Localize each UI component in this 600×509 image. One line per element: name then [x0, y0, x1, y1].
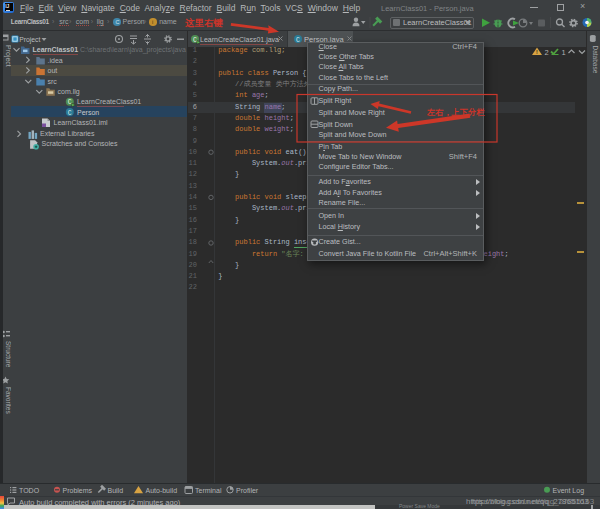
svg-text:!: ! — [536, 49, 538, 55]
svg-text:Build: Build — [108, 487, 124, 494]
svg-text:Terminal: Terminal — [195, 487, 222, 494]
svg-text:Project: Project — [19, 36, 40, 44]
svg-text:Profiler: Profiler — [236, 487, 259, 494]
svg-text:Problems: Problems — [63, 487, 93, 494]
svg-text:TODO: TODO — [19, 487, 40, 494]
svg-text:Database: Database — [592, 46, 599, 74]
svg-text:Structure: Structure — [5, 341, 12, 368]
svg-text:Favorites: Favorites — [5, 387, 12, 414]
svg-text:C: C — [193, 37, 197, 44]
svg-text:1: 1 — [562, 48, 566, 57]
svg-text:C: C — [68, 110, 72, 117]
svg-text:C: C — [68, 99, 72, 106]
svg-text:Auto-build: Auto-build — [146, 487, 178, 494]
svg-text:C: C — [296, 37, 300, 44]
svg-text:Event Log: Event Log — [553, 487, 585, 495]
svg-text:Project: Project — [4, 45, 12, 67]
svg-text:2: 2 — [545, 48, 549, 57]
